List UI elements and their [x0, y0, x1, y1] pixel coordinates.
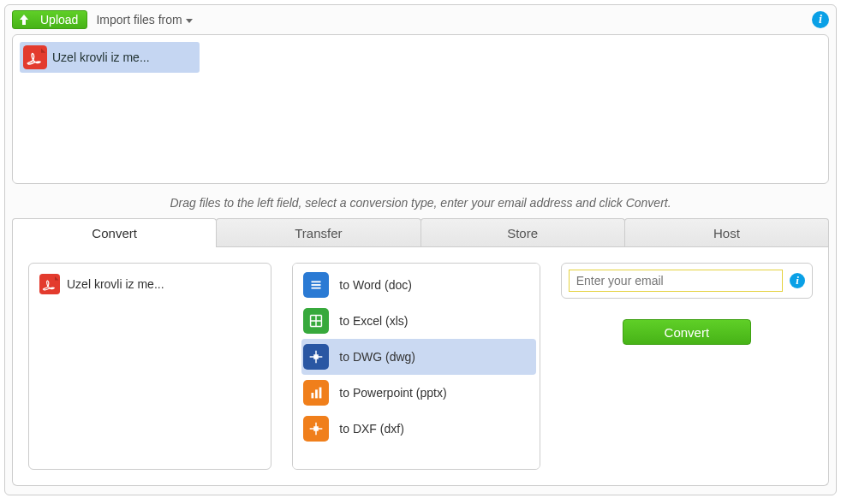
format-option-word[interactable]: to Word (doc) [301, 267, 535, 303]
excel-icon [303, 308, 329, 334]
email-box: i [561, 263, 813, 299]
dwg-icon [303, 344, 329, 370]
svg-rect-6 [312, 284, 321, 286]
source-file-row[interactable]: Uzel krovli iz me... [36, 274, 264, 294]
format-label: to Excel (xls) [339, 314, 408, 328]
format-label: to DWG (dwg) [339, 350, 415, 364]
svg-rect-16 [314, 426, 319, 431]
format-label: to DXF (dxf) [339, 422, 403, 436]
mode-tabs: Convert Transfer Store Host [12, 218, 829, 247]
source-files-panel: Uzel krovli iz me... [28, 263, 271, 470]
svg-rect-12 [312, 393, 314, 398]
tab-label: Store [507, 226, 538, 240]
chevron-down-icon [186, 19, 193, 23]
pptx-icon [303, 380, 329, 406]
convert-button[interactable]: Convert [623, 319, 751, 345]
actions-panel: i Convert [561, 263, 813, 470]
svg-rect-10 [314, 354, 319, 359]
source-file-name: Uzel krovli iz me... [67, 277, 164, 291]
format-label: to Powerpoint (pptx) [339, 386, 446, 400]
format-option-dwg[interactable]: to DWG (dwg) [301, 339, 535, 375]
info-icon[interactable]: i [790, 273, 805, 288]
svg-rect-1 [39, 274, 60, 294]
instruction-text: Drag files to the left field, select a c… [9, 196, 832, 210]
tab-store[interactable]: Store [420, 218, 625, 246]
tab-host[interactable]: Host [624, 218, 829, 246]
tab-label: Convert [92, 226, 137, 240]
info-icon[interactable]: i [812, 11, 829, 28]
target-format-list[interactable]: to Word (doc) to Excel (xls) [292, 263, 540, 470]
tab-convert[interactable]: Convert [12, 218, 217, 246]
app-container: Upload Import files from i Uzel krovli i… [4, 4, 837, 495]
format-label: to Word (doc) [339, 278, 412, 292]
convert-panel: Uzel krovli iz me... to Word (doc) [12, 247, 829, 486]
uploaded-file-chip[interactable]: Uzel krovli iz me... [20, 42, 200, 73]
svg-rect-0 [23, 45, 47, 69]
top-bar: Upload Import files from i [9, 9, 832, 34]
pdf-file-icon [39, 274, 60, 294]
uploaded-file-name: Uzel krovli iz me... [52, 50, 150, 64]
svg-rect-5 [312, 281, 321, 282]
format-option-pptx[interactable]: to Powerpoint (pptx) [301, 375, 535, 411]
format-option-excel[interactable]: to Excel (xls) [301, 303, 535, 339]
tab-label: Transfer [295, 226, 342, 240]
import-files-label: Import files from [96, 13, 182, 27]
dxf-icon [303, 416, 329, 442]
upload-button[interactable]: Upload [12, 10, 87, 29]
format-option-dxf[interactable]: to DXF (dxf) [301, 411, 535, 447]
email-input[interactable] [569, 270, 783, 292]
tab-transfer[interactable]: Transfer [216, 218, 420, 246]
file-drop-zone[interactable]: Uzel krovli iz me... [12, 34, 829, 184]
upload-arrow-icon [16, 14, 32, 26]
svg-rect-14 [319, 388, 322, 399]
upload-button-label: Upload [40, 13, 78, 27]
import-files-dropdown[interactable]: Import files from [96, 13, 192, 27]
word-icon [303, 272, 329, 298]
svg-rect-7 [312, 288, 321, 289]
convert-button-label: Convert [665, 325, 710, 340]
svg-rect-13 [315, 389, 318, 398]
tab-label: Host [713, 226, 740, 240]
pdf-file-icon [23, 45, 47, 69]
